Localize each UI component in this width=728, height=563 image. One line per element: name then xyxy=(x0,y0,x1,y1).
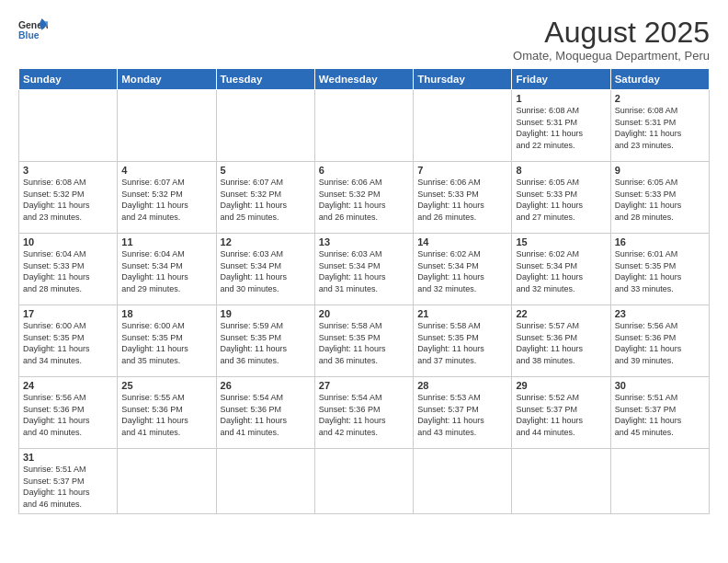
day-info: Sunrise: 5:55 AM Sunset: 5:36 PM Dayligh… xyxy=(121,392,211,438)
day-info: Sunrise: 5:51 AM Sunset: 5:37 PM Dayligh… xyxy=(615,392,705,438)
day-number: 7 xyxy=(417,165,507,176)
col-header-thursday: Thursday xyxy=(414,69,512,90)
calendar-cell: 30Sunrise: 5:51 AM Sunset: 5:37 PM Dayli… xyxy=(610,377,709,449)
title-block: August 2025 Omate, Moquegua Department, … xyxy=(513,17,710,63)
week-row-1: 1Sunrise: 6:08 AM Sunset: 5:31 PM Daylig… xyxy=(19,90,710,162)
day-info: Sunrise: 6:07 AM Sunset: 5:32 PM Dayligh… xyxy=(221,177,311,223)
calendar-cell: 1Sunrise: 6:08 AM Sunset: 5:31 PM Daylig… xyxy=(512,90,610,162)
calendar-cell: 9Sunrise: 6:05 AM Sunset: 5:33 PM Daylig… xyxy=(610,162,709,234)
day-number: 19 xyxy=(221,308,311,319)
calendar-cell: 23Sunrise: 5:56 AM Sunset: 5:36 PM Dayli… xyxy=(610,305,709,377)
day-number: 17 xyxy=(23,308,113,319)
day-info: Sunrise: 6:04 AM Sunset: 5:33 PM Dayligh… xyxy=(23,248,113,294)
day-number: 25 xyxy=(121,380,211,391)
calendar-cell: 3Sunrise: 6:08 AM Sunset: 5:32 PM Daylig… xyxy=(19,162,118,234)
day-number: 18 xyxy=(121,308,211,319)
week-row-4: 17Sunrise: 6:00 AM Sunset: 5:35 PM Dayli… xyxy=(19,305,710,377)
svg-text:Blue: Blue xyxy=(18,30,40,40)
day-info: Sunrise: 5:53 AM Sunset: 5:37 PM Dayligh… xyxy=(417,392,507,438)
day-number: 29 xyxy=(516,380,606,391)
week-row-6: 31Sunrise: 5:51 AM Sunset: 5:37 PM Dayli… xyxy=(19,449,710,513)
calendar-cell xyxy=(118,90,216,162)
location-subtitle: Omate, Moquegua Department, Peru xyxy=(513,49,710,63)
day-number: 15 xyxy=(516,236,606,247)
day-info: Sunrise: 6:08 AM Sunset: 5:32 PM Dayligh… xyxy=(23,177,113,223)
day-info: Sunrise: 5:57 AM Sunset: 5:36 PM Dayligh… xyxy=(516,320,606,366)
col-header-monday: Monday xyxy=(118,69,216,90)
day-info: Sunrise: 5:59 AM Sunset: 5:35 PM Dayligh… xyxy=(221,320,311,366)
day-info: Sunrise: 6:08 AM Sunset: 5:31 PM Dayligh… xyxy=(516,105,606,151)
day-info: Sunrise: 6:06 AM Sunset: 5:32 PM Dayligh… xyxy=(319,177,409,223)
calendar-cell xyxy=(19,90,118,162)
day-info: Sunrise: 6:03 AM Sunset: 5:34 PM Dayligh… xyxy=(221,248,311,294)
day-info: Sunrise: 5:52 AM Sunset: 5:37 PM Dayligh… xyxy=(516,392,606,438)
day-info: Sunrise: 6:06 AM Sunset: 5:33 PM Dayligh… xyxy=(417,177,507,223)
day-number: 4 xyxy=(121,165,211,176)
day-number: 30 xyxy=(615,380,705,391)
day-number: 10 xyxy=(23,236,113,247)
calendar-cell: 20Sunrise: 5:58 AM Sunset: 5:35 PM Dayli… xyxy=(314,305,413,377)
day-number: 8 xyxy=(516,165,606,176)
month-title: August 2025 xyxy=(513,17,710,49)
col-header-tuesday: Tuesday xyxy=(216,69,314,90)
calendar-cell: 14Sunrise: 6:02 AM Sunset: 5:34 PM Dayli… xyxy=(414,234,512,305)
calendar-cell: 16Sunrise: 6:01 AM Sunset: 5:35 PM Dayli… xyxy=(610,234,709,305)
day-number: 11 xyxy=(121,236,211,247)
calendar-cell xyxy=(512,449,610,513)
day-info: Sunrise: 5:58 AM Sunset: 5:35 PM Dayligh… xyxy=(417,320,507,366)
day-number: 26 xyxy=(221,380,311,391)
day-number: 31 xyxy=(23,452,113,463)
day-number: 28 xyxy=(417,380,507,391)
calendar-cell xyxy=(314,449,413,513)
calendar-cell: 13Sunrise: 6:03 AM Sunset: 5:34 PM Dayli… xyxy=(314,234,413,305)
day-number: 14 xyxy=(417,236,507,247)
calendar-cell: 31Sunrise: 5:51 AM Sunset: 5:37 PM Dayli… xyxy=(19,449,118,513)
calendar-cell: 8Sunrise: 6:05 AM Sunset: 5:33 PM Daylig… xyxy=(512,162,610,234)
day-number: 20 xyxy=(319,308,409,319)
day-info: Sunrise: 5:54 AM Sunset: 5:36 PM Dayligh… xyxy=(319,392,409,438)
week-row-2: 3Sunrise: 6:08 AM Sunset: 5:32 PM Daylig… xyxy=(19,162,710,234)
day-number: 16 xyxy=(615,236,705,247)
calendar-cell: 11Sunrise: 6:04 AM Sunset: 5:34 PM Dayli… xyxy=(118,234,216,305)
day-number: 27 xyxy=(319,380,409,391)
calendar-cell: 10Sunrise: 6:04 AM Sunset: 5:33 PM Dayli… xyxy=(19,234,118,305)
calendar-cell xyxy=(216,90,314,162)
calendar-cell xyxy=(610,449,709,513)
calendar-cell xyxy=(414,449,512,513)
day-info: Sunrise: 6:04 AM Sunset: 5:34 PM Dayligh… xyxy=(121,248,211,294)
calendar-cell: 29Sunrise: 5:52 AM Sunset: 5:37 PM Dayli… xyxy=(512,377,610,449)
week-row-5: 24Sunrise: 5:56 AM Sunset: 5:36 PM Dayli… xyxy=(19,377,710,449)
calendar-cell: 28Sunrise: 5:53 AM Sunset: 5:37 PM Dayli… xyxy=(414,377,512,449)
logo: General Blue xyxy=(18,17,48,42)
calendar-cell: 4Sunrise: 6:07 AM Sunset: 5:32 PM Daylig… xyxy=(118,162,216,234)
day-info: Sunrise: 6:05 AM Sunset: 5:33 PM Dayligh… xyxy=(516,177,606,223)
calendar-cell: 19Sunrise: 5:59 AM Sunset: 5:35 PM Dayli… xyxy=(216,305,314,377)
calendar-cell: 5Sunrise: 6:07 AM Sunset: 5:32 PM Daylig… xyxy=(216,162,314,234)
week-row-3: 10Sunrise: 6:04 AM Sunset: 5:33 PM Dayli… xyxy=(19,234,710,305)
day-number: 5 xyxy=(221,165,311,176)
calendar-cell: 12Sunrise: 6:03 AM Sunset: 5:34 PM Dayli… xyxy=(216,234,314,305)
day-info: Sunrise: 5:58 AM Sunset: 5:35 PM Dayligh… xyxy=(319,320,409,366)
day-info: Sunrise: 6:00 AM Sunset: 5:35 PM Dayligh… xyxy=(121,320,211,366)
day-number: 2 xyxy=(615,93,705,104)
calendar-cell: 21Sunrise: 5:58 AM Sunset: 5:35 PM Dayli… xyxy=(414,305,512,377)
day-info: Sunrise: 5:56 AM Sunset: 5:36 PM Dayligh… xyxy=(23,392,113,438)
day-info: Sunrise: 5:54 AM Sunset: 5:36 PM Dayligh… xyxy=(221,392,311,438)
calendar-cell: 2Sunrise: 6:08 AM Sunset: 5:31 PM Daylig… xyxy=(610,90,709,162)
day-number: 3 xyxy=(23,165,113,176)
day-info: Sunrise: 5:51 AM Sunset: 5:37 PM Dayligh… xyxy=(23,464,113,510)
day-info: Sunrise: 5:56 AM Sunset: 5:36 PM Dayligh… xyxy=(615,320,705,366)
calendar-cell: 27Sunrise: 5:54 AM Sunset: 5:36 PM Dayli… xyxy=(314,377,413,449)
calendar-cell xyxy=(216,449,314,513)
calendar-cell: 6Sunrise: 6:06 AM Sunset: 5:32 PM Daylig… xyxy=(314,162,413,234)
col-header-friday: Friday xyxy=(512,69,610,90)
calendar-cell: 25Sunrise: 5:55 AM Sunset: 5:36 PM Dayli… xyxy=(118,377,216,449)
day-info: Sunrise: 6:02 AM Sunset: 5:34 PM Dayligh… xyxy=(417,248,507,294)
col-header-saturday: Saturday xyxy=(610,69,709,90)
calendar-table: SundayMondayTuesdayWednesdayThursdayFrid… xyxy=(18,68,710,513)
col-header-wednesday: Wednesday xyxy=(314,69,413,90)
day-info: Sunrise: 6:05 AM Sunset: 5:33 PM Dayligh… xyxy=(615,177,705,223)
day-info: Sunrise: 6:01 AM Sunset: 5:35 PM Dayligh… xyxy=(615,248,705,294)
day-number: 23 xyxy=(615,308,705,319)
day-number: 6 xyxy=(319,165,409,176)
